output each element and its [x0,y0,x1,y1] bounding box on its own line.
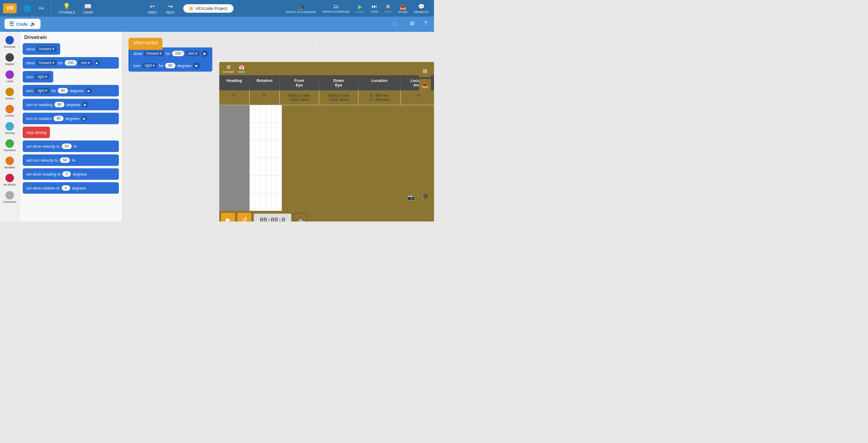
palette-title: Drivetrain [23,35,119,40]
monitor-reset-button[interactable]: ↺ [238,213,251,222]
ws-drive-val[interactable]: 200 [172,51,184,56]
block-stop-driving[interactable]: stop driving [23,127,50,138]
rotation-value[interactable]: 90 [54,116,63,121]
project-dot [189,7,193,10]
sidebar-item-comments[interactable]: Comments [2,190,18,205]
drive-unit-dropdown[interactable]: mm ▾ [79,60,92,66]
topbar-right-controls: 📺 SELECT PLAYGROUND 🗂 OPEN PLAYGROUND ▶ … [283,2,431,14]
drive-run-button[interactable]: ▶ [94,60,100,66]
block-turn-for[interactable]: turn right ▾ for 90 degrees ▶ [23,85,119,96]
sidebar-item-magnet[interactable]: Magnet [4,52,16,67]
block-set-drive-heading[interactable]: set drive heading to 0 degrees [23,168,119,180]
header-location: Location [359,75,401,90]
block-turn-rotation[interactable]: turn to rotation 90 degrees ▶ [23,113,119,124]
block-set-turn-velocity[interactable]: set turn velocity to 50 % [23,155,119,166]
hide-button[interactable]: 📅 HIDE [238,64,245,73]
monitor-data-row: 0° 0° Object: False Color: None Object: … [219,90,434,105]
turn-degrees-value[interactable]: 90 [58,88,68,93]
table-view-button[interactable]: ⊞ [419,65,431,77]
turn-direction-dropdown[interactable]: right ▾ [35,74,50,79]
file-menu-button[interactable]: File [37,5,46,11]
code-icon: ☰ [9,21,14,27]
sidebar-item-operators[interactable]: Operators [2,138,17,153]
ws-turn-val[interactable]: 90 [165,63,175,68]
comments-dot [5,191,14,199]
drive-rotation-value[interactable]: 0 [62,185,70,191]
code-view-button[interactable]: 〈〉 [387,19,403,29]
workspace-right-controls: ⊞ 📥 [419,65,431,91]
expand-button[interactable]: ⊞ EXPAND [223,64,234,73]
drive-heading-value[interactable]: 0 [62,171,71,177]
block-turn-heading[interactable]: turn to heading 90 degrees ▶ [23,99,119,110]
rotation-run-button[interactable]: ▶ [81,115,87,122]
camera-corner-button[interactable]: 📷 [405,191,417,203]
undo-button[interactable]: ↩ UNDO [146,1,159,15]
main-area: Drivetrain Magnet Looks Events Control S… [0,32,434,222]
robot-view-button[interactable]: 📥 [419,79,431,91]
drive-distance-value[interactable]: 200 [65,60,77,66]
ws-drive-run[interactable]: ▶ [202,50,208,57]
undo-redo-group: ↩ UNDO ↪ REDO [146,1,177,15]
block-drive-forward[interactable]: drive forward ▾ [23,43,60,55]
block-palette: Drivetrain drive forward ▾ drive forward… [20,32,123,222]
globe-menu-button[interactable]: 🌐 [21,4,34,13]
tutorials-button[interactable]: 💡 TUTORIALS [56,1,78,15]
ws-turn-block[interactable]: turn right ▾ for 90 degrees ▶ [128,60,212,72]
monitor-robot-view [219,105,249,211]
monitor-play-button[interactable]: ▶ [221,213,235,222]
monitor-camera-button[interactable]: 🏰 [294,213,308,222]
turn-for-direction-dropdown[interactable]: right ▾ [35,88,50,93]
share-button[interactable]: 📤 SHARE [396,2,410,14]
ws-drive-unit-dropdown[interactable]: mm ▾ [186,51,199,56]
project-name[interactable]: VEXcode Project [183,4,234,13]
code-tab[interactable]: ☰ Code 🔊 [4,19,40,29]
cell-down-eye: Object: False Color: None [319,90,359,105]
open-playground-button[interactable]: 🗂 OPEN PLAYGROUND [320,2,352,14]
codebar: ☰ Code 🔊 〈〉 ⚙ ? [0,16,434,32]
flag-button[interactable]: 🏴 [419,191,431,203]
block-set-drive-velocity[interactable]: set drive velocity to 50 % [23,140,119,152]
sidebar-item-myblocks[interactable]: My Blocks [2,173,17,188]
drive-direction-dropdown[interactable]: forward ▾ [37,46,56,52]
sidebar-item-variables[interactable]: Variables [3,155,17,170]
stop-button[interactable]: ⏹ STOP [382,2,394,14]
turn-velocity-value[interactable]: 50 [60,158,70,163]
header-front-eye: FrontEye [280,75,319,90]
block-turn[interactable]: turn right ▾ [23,71,53,82]
header-heading: Heading [219,75,249,90]
start-button[interactable]: ▶ START [353,2,367,14]
sidebar-item-events[interactable]: Events [4,87,15,101]
cell-location: X: -900 mm Y: -900 mm [359,90,401,105]
redo-button[interactable]: ↪ REDO [164,1,177,15]
sidebar-item-looks[interactable]: Looks [4,69,15,84]
help-button[interactable]: ? [422,19,430,29]
heading-value[interactable]: 90 [55,102,64,107]
workspace-bottom-right-controls: 📷 🏴 [405,191,431,203]
ws-turn-dir-dropdown[interactable]: right ▾ [142,63,157,68]
step-button[interactable]: ⏭ STEP [369,2,381,14]
events-dot [5,88,14,96]
monitor-toolbar: ⊞ EXPAND 📅 HIDE ✉ ACTIVITIES ✕ CLOSE [219,62,434,75]
sidebar-item-control[interactable]: Control [4,104,15,118]
magnet-dot [5,53,14,62]
when-started-hat[interactable]: when started [128,38,162,47]
ws-drive-dir-dropdown[interactable]: forward ▾ [144,51,164,56]
sidebar-item-sensing[interactable]: Sensing [4,121,16,136]
learn-button[interactable]: 📖 LEARN [81,1,95,15]
block-drive-for[interactable]: drive forward ▾ for 200 mm ▾ ▶ [23,57,119,69]
block-set-drive-rotation[interactable]: set drive rotation to 0 degrees [23,182,119,194]
heading-run-button[interactable]: ▶ [82,102,88,108]
playground-view-button[interactable]: ⚙ [407,19,417,29]
variables-dot [5,157,14,165]
ws-turn-run[interactable]: ▶ [193,62,200,69]
sound-icon[interactable]: 🔊 [30,21,36,27]
select-playground-button[interactable]: 📺 SELECT PLAYGROUND [283,2,318,14]
cell-location-angle: 0° [401,90,434,105]
sidebar-item-drivetrain[interactable]: Drivetrain [3,35,17,49]
drive-velocity-value[interactable]: 50 [62,143,72,149]
workspace[interactable]: when started drive forward ▾ for 200 mm … [123,32,434,222]
turn-run-button[interactable]: ▶ [86,88,92,94]
feedback-button[interactable]: 💬 FEEDBACK [411,2,431,14]
scroll-hint: ⋮ [428,214,433,220]
drive-for-direction-dropdown[interactable]: forward ▾ [37,60,56,66]
